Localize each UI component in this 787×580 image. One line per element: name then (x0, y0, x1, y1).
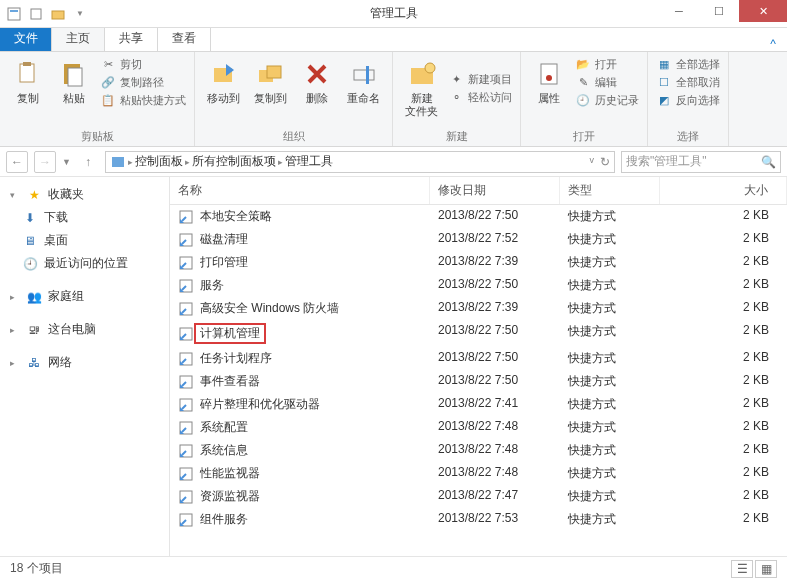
nav-recent[interactable]: 🕘最近访问的位置 (4, 252, 165, 275)
easy-access-button[interactable]: ⚬轻松访问 (448, 89, 512, 105)
paste-button[interactable]: 粘贴 (54, 56, 94, 108)
maximize-button[interactable]: ☐ (699, 0, 739, 22)
file-row[interactable]: 本地安全策略2013/8/22 7:50快捷方式2 KB (170, 205, 787, 228)
file-row[interactable]: 任务计划程序2013/8/22 7:50快捷方式2 KB (170, 347, 787, 370)
breadcrumb-seg-0[interactable]: 控制面板 (135, 153, 183, 170)
file-row[interactable]: 打印管理2013/8/22 7:39快捷方式2 KB (170, 251, 787, 274)
svg-rect-7 (68, 68, 82, 86)
svg-point-16 (546, 75, 552, 81)
chevron-down-icon[interactable]: ▾ (10, 190, 20, 200)
nav-favorites[interactable]: ▾★收藏夹 (4, 183, 165, 206)
svg-point-14 (425, 63, 435, 73)
file-date: 2013/8/22 7:53 (430, 509, 560, 530)
new-folder-button[interactable]: 新建 文件夹 (401, 56, 442, 120)
properties-button[interactable]: 属性 (529, 56, 569, 108)
shortcut-icon (178, 512, 194, 528)
copy-button[interactable]: 复制 (8, 56, 48, 108)
ribbon: 复制 粘贴 ✂剪切 🔗复制路径 📋粘贴快捷方式 剪贴板 移动到 复制到 删除 重… (0, 52, 787, 147)
copy-path-icon: 🔗 (100, 74, 116, 90)
move-to-button[interactable]: 移动到 (203, 56, 244, 107)
history-button[interactable]: 🕘历史记录 (575, 92, 639, 108)
tab-share[interactable]: 共享 (104, 25, 158, 51)
nav-network[interactable]: ▸🖧网络 (4, 351, 165, 374)
network-icon: 🖧 (26, 355, 42, 371)
nav-desktop[interactable]: 🖥桌面 (4, 229, 165, 252)
minimize-button[interactable]: ─ (659, 0, 699, 22)
open-button[interactable]: 📂打开 (575, 56, 639, 72)
refresh-icon[interactable]: ↻ (600, 155, 610, 169)
file-row[interactable]: 事件查看器2013/8/22 7:50快捷方式2 KB (170, 370, 787, 393)
col-size[interactable]: 大小 (660, 177, 787, 204)
file-row[interactable]: 系统配置2013/8/22 7:48快捷方式2 KB (170, 416, 787, 439)
paste-shortcut-button[interactable]: 📋粘贴快捷方式 (100, 92, 186, 108)
title-bar: ▼ 管理工具 ─ ☐ ✕ (0, 0, 787, 28)
nav-thispc[interactable]: ▸🖳这台电脑 (4, 318, 165, 341)
address-dropdown-icon[interactable]: v (590, 155, 595, 169)
edit-button[interactable]: ✎编辑 (575, 74, 639, 90)
chevron-right-icon[interactable]: ▸ (128, 157, 133, 167)
easy-access-icon: ⚬ (448, 89, 464, 105)
col-name[interactable]: 名称 (170, 177, 430, 204)
file-size: 2 KB (660, 348, 787, 369)
computer-icon: 🖳 (26, 322, 42, 338)
search-input[interactable]: 搜索"管理工具" 🔍 (621, 151, 781, 173)
chevron-right-icon[interactable]: ▸ (10, 292, 20, 302)
col-date[interactable]: 修改日期 (430, 177, 560, 204)
tab-file[interactable]: 文件 (0, 26, 52, 51)
select-none-button[interactable]: ☐全部取消 (656, 74, 720, 90)
file-row[interactable]: 磁盘清理2013/8/22 7:52快捷方式2 KB (170, 228, 787, 251)
tab-home[interactable]: 主页 (51, 25, 105, 51)
chevron-right-icon[interactable]: ▸ (10, 325, 20, 335)
file-name: 任务计划程序 (200, 350, 272, 367)
ribbon-help-icon[interactable]: ^ (765, 37, 787, 51)
breadcrumb[interactable]: ▸ 控制面板 ▸ 所有控制面板项 ▸ 管理工具 v ↻ (105, 151, 615, 173)
view-details-button[interactable]: ☰ (731, 560, 753, 578)
delete-button[interactable]: 删除 (297, 56, 337, 107)
file-size: 2 KB (660, 321, 787, 346)
shortcut-icon (178, 374, 194, 390)
copy-to-button[interactable]: 复制到 (250, 56, 291, 107)
chevron-right-icon[interactable]: ▸ (185, 157, 190, 167)
invert-selection-button[interactable]: ◩反向选择 (656, 92, 720, 108)
search-icon: 🔍 (761, 155, 776, 169)
copy-path-button[interactable]: 🔗复制路径 (100, 74, 186, 90)
nav-up-button[interactable]: ↑ (77, 151, 99, 173)
file-type: 快捷方式 (560, 275, 660, 296)
nav-homegroup[interactable]: ▸👥家庭组 (4, 285, 165, 308)
file-type: 快捷方式 (560, 321, 660, 346)
file-row[interactable]: 性能监视器2013/8/22 7:48快捷方式2 KB (170, 462, 787, 485)
nav-back-button[interactable]: ← (6, 151, 28, 173)
svg-rect-17 (112, 157, 124, 167)
col-type[interactable]: 类型 (560, 177, 660, 204)
file-row[interactable]: 组件服务2013/8/22 7:53快捷方式2 KB (170, 508, 787, 531)
delete-icon (301, 58, 333, 90)
cut-button[interactable]: ✂剪切 (100, 56, 186, 72)
file-size: 2 KB (660, 252, 787, 273)
close-button[interactable]: ✕ (739, 0, 787, 22)
file-date: 2013/8/22 7:50 (430, 321, 560, 346)
select-all-button[interactable]: ▦全部选择 (656, 56, 720, 72)
file-row[interactable]: 服务2013/8/22 7:50快捷方式2 KB (170, 274, 787, 297)
ribbon-group-clipboard: 复制 粘贴 ✂剪切 🔗复制路径 📋粘贴快捷方式 剪贴板 (0, 52, 195, 146)
view-icons-button[interactable]: ▦ (755, 560, 777, 578)
new-item-button[interactable]: ✦新建项目 (448, 71, 512, 87)
shortcut-icon (178, 232, 194, 248)
rename-button[interactable]: 重命名 (343, 56, 384, 107)
file-row[interactable]: 计算机管理2013/8/22 7:50快捷方式2 KB (170, 320, 787, 347)
file-row[interactable]: 高级安全 Windows 防火墙2013/8/22 7:39快捷方式2 KB (170, 297, 787, 320)
nav-downloads[interactable]: ⬇下载 (4, 206, 165, 229)
file-size: 2 KB (660, 440, 787, 461)
file-row[interactable]: 资源监视器2013/8/22 7:47快捷方式2 KB (170, 485, 787, 508)
open-icon: 📂 (575, 56, 591, 72)
paste-icon (58, 58, 90, 90)
breadcrumb-seg-1[interactable]: 所有控制面板项 (192, 153, 276, 170)
breadcrumb-seg-2[interactable]: 管理工具 (285, 153, 333, 170)
chevron-right-icon[interactable]: ▸ (10, 358, 20, 368)
file-size: 2 KB (660, 298, 787, 319)
file-row[interactable]: 系统信息2013/8/22 7:48快捷方式2 KB (170, 439, 787, 462)
nav-forward-button[interactable]: → (34, 151, 56, 173)
chevron-right-icon[interactable]: ▸ (278, 157, 283, 167)
file-row[interactable]: 碎片整理和优化驱动器2013/8/22 7:41快捷方式2 KB (170, 393, 787, 416)
tab-view[interactable]: 查看 (157, 25, 211, 51)
nav-recent-dropdown[interactable]: ▼ (62, 157, 71, 167)
